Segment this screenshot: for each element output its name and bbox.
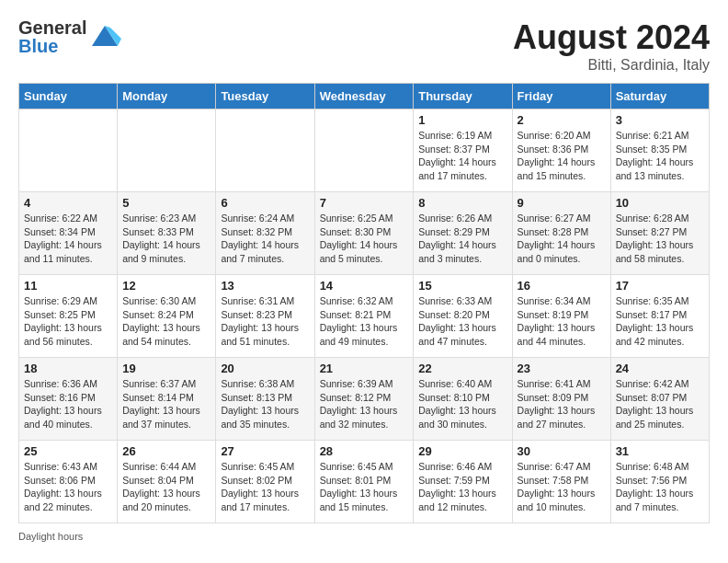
- day-info: Sunrise: 6:45 AM Sunset: 8:02 PM Dayligh…: [221, 460, 309, 514]
- day-info: Sunrise: 6:38 AM Sunset: 8:13 PM Dayligh…: [221, 377, 309, 431]
- day-info: Sunrise: 6:28 AM Sunset: 8:27 PM Dayligh…: [616, 212, 704, 266]
- calendar-cell: 7 Sunrise: 6:25 AM Sunset: 8:30 PM Dayli…: [314, 192, 414, 275]
- day-number: 15: [418, 279, 506, 293]
- day-info: Sunrise: 6:34 AM Sunset: 8:19 PM Dayligh…: [518, 294, 606, 349]
- day-info: Sunrise: 6:33 AM Sunset: 8:20 PM Dayligh…: [418, 294, 506, 349]
- footer: Daylight hours: [18, 531, 710, 542]
- day-number: 31: [616, 444, 704, 458]
- day-number: 16: [518, 279, 606, 293]
- day-number: 23: [518, 362, 606, 375]
- calendar-table: SundayMondayTuesdayWednesdayThursdayFrid…: [18, 83, 710, 523]
- calendar-cell: 29 Sunrise: 6:46 AM Sunset: 7:59 PM Dayl…: [414, 441, 512, 523]
- day-info: Sunrise: 6:41 AM Sunset: 8:09 PM Dayligh…: [518, 377, 606, 431]
- day-info: Sunrise: 6:44 AM Sunset: 8:04 PM Dayligh…: [122, 460, 210, 514]
- calendar-cell: 18 Sunrise: 6:36 AM Sunset: 8:16 PM Dayl…: [19, 358, 118, 441]
- day-number: 6: [221, 196, 309, 210]
- day-of-week-header: Friday: [512, 84, 610, 109]
- day-number: 18: [24, 362, 112, 375]
- day-of-week-header: Wednesday: [314, 84, 414, 109]
- calendar-week-row: 18 Sunrise: 6:36 AM Sunset: 8:16 PM Dayl…: [19, 358, 710, 441]
- day-info: Sunrise: 6:23 AM Sunset: 8:33 PM Dayligh…: [122, 212, 210, 266]
- calendar-cell: [314, 109, 414, 192]
- day-info: Sunrise: 6:46 AM Sunset: 7:59 PM Dayligh…: [418, 460, 506, 514]
- day-info: Sunrise: 6:20 AM Sunset: 8:36 PM Dayligh…: [518, 129, 606, 183]
- day-number: 12: [122, 279, 210, 293]
- calendar-cell: 21 Sunrise: 6:39 AM Sunset: 8:12 PM Dayl…: [314, 358, 414, 441]
- day-number: 21: [320, 362, 409, 375]
- day-info: Sunrise: 6:24 AM Sunset: 8:32 PM Dayligh…: [221, 212, 309, 266]
- calendar-cell: [216, 109, 314, 192]
- calendar-cell: 15 Sunrise: 6:33 AM Sunset: 8:20 PM Dayl…: [414, 275, 512, 358]
- calendar-cell: 9 Sunrise: 6:27 AM Sunset: 8:28 PM Dayli…: [512, 192, 610, 275]
- calendar-cell: 28 Sunrise: 6:45 AM Sunset: 8:01 PM Dayl…: [314, 441, 414, 523]
- day-info: Sunrise: 6:19 AM Sunset: 8:37 PM Dayligh…: [418, 129, 506, 183]
- day-number: 14: [320, 279, 409, 293]
- day-info: Sunrise: 6:32 AM Sunset: 8:21 PM Dayligh…: [320, 294, 409, 349]
- calendar-cell: 20 Sunrise: 6:38 AM Sunset: 8:13 PM Dayl…: [216, 358, 314, 441]
- calendar-week-row: 4 Sunrise: 6:22 AM Sunset: 8:34 PM Dayli…: [19, 192, 710, 275]
- calendar-cell: 11 Sunrise: 6:29 AM Sunset: 8:25 PM Dayl…: [19, 275, 118, 358]
- calendar-cell: 16 Sunrise: 6:34 AM Sunset: 8:19 PM Dayl…: [512, 275, 610, 358]
- day-info: Sunrise: 6:48 AM Sunset: 7:56 PM Dayligh…: [616, 460, 704, 514]
- calendar-cell: 6 Sunrise: 6:24 AM Sunset: 8:32 PM Dayli…: [216, 192, 314, 275]
- calendar-cell: 17 Sunrise: 6:35 AM Sunset: 8:17 PM Dayl…: [610, 275, 709, 358]
- title-block: August 2024 Bitti, Sardinia, Italy: [513, 18, 710, 74]
- day-info: Sunrise: 6:27 AM Sunset: 8:28 PM Dayligh…: [518, 212, 606, 266]
- day-number: 27: [221, 444, 309, 458]
- day-number: 2: [518, 113, 606, 127]
- day-number: 7: [320, 196, 409, 210]
- calendar-header-row: SundayMondayTuesdayWednesdayThursdayFrid…: [19, 84, 710, 109]
- day-number: 30: [518, 444, 606, 458]
- day-number: 20: [221, 362, 309, 375]
- day-info: Sunrise: 6:37 AM Sunset: 8:14 PM Dayligh…: [122, 377, 210, 431]
- calendar-cell: 13 Sunrise: 6:31 AM Sunset: 8:23 PM Dayl…: [216, 275, 314, 358]
- day-info: Sunrise: 6:42 AM Sunset: 8:07 PM Dayligh…: [616, 377, 704, 431]
- day-info: Sunrise: 6:45 AM Sunset: 8:01 PM Dayligh…: [320, 460, 409, 514]
- day-number: 22: [418, 362, 506, 375]
- calendar-cell: [118, 109, 216, 192]
- calendar-cell: 19 Sunrise: 6:37 AM Sunset: 8:14 PM Dayl…: [118, 358, 216, 441]
- calendar-cell: 10 Sunrise: 6:28 AM Sunset: 8:27 PM Dayl…: [610, 192, 709, 275]
- calendar-cell: 3 Sunrise: 6:21 AM Sunset: 8:35 PM Dayli…: [610, 109, 709, 192]
- day-info: Sunrise: 6:26 AM Sunset: 8:29 PM Dayligh…: [418, 212, 506, 266]
- day-number: 29: [418, 444, 506, 458]
- day-info: Sunrise: 6:43 AM Sunset: 8:06 PM Dayligh…: [24, 460, 112, 514]
- day-number: 11: [24, 279, 112, 293]
- day-number: 17: [616, 279, 704, 293]
- day-number: 25: [24, 444, 112, 458]
- day-of-week-header: Tuesday: [216, 84, 314, 109]
- month-year: August 2024: [513, 18, 710, 57]
- day-info: Sunrise: 6:31 AM Sunset: 8:23 PM Dayligh…: [221, 294, 309, 349]
- day-number: 5: [122, 196, 210, 210]
- calendar-cell: 14 Sunrise: 6:32 AM Sunset: 8:21 PM Dayl…: [314, 275, 414, 358]
- day-info: Sunrise: 6:40 AM Sunset: 8:10 PM Dayligh…: [418, 377, 506, 431]
- day-number: 9: [518, 196, 606, 210]
- calendar-cell: 1 Sunrise: 6:19 AM Sunset: 8:37 PM Dayli…: [414, 109, 512, 192]
- logo-icon: [88, 20, 121, 53]
- day-of-week-header: Sunday: [19, 84, 118, 109]
- calendar-cell: 30 Sunrise: 6:47 AM Sunset: 7:58 PM Dayl…: [512, 441, 610, 523]
- calendar-cell: 26 Sunrise: 6:44 AM Sunset: 8:04 PM Dayl…: [118, 441, 216, 523]
- day-info: Sunrise: 6:39 AM Sunset: 8:12 PM Dayligh…: [320, 377, 409, 431]
- day-of-week-header: Thursday: [414, 84, 512, 109]
- daylight-label: Daylight hours: [18, 531, 83, 542]
- day-number: 4: [24, 196, 112, 210]
- calendar-cell: 23 Sunrise: 6:41 AM Sunset: 8:09 PM Dayl…: [512, 358, 610, 441]
- calendar-week-row: 11 Sunrise: 6:29 AM Sunset: 8:25 PM Dayl…: [19, 275, 710, 358]
- day-info: Sunrise: 6:35 AM Sunset: 8:17 PM Dayligh…: [616, 294, 704, 349]
- day-info: Sunrise: 6:30 AM Sunset: 8:24 PM Dayligh…: [122, 294, 210, 349]
- day-info: Sunrise: 6:22 AM Sunset: 8:34 PM Dayligh…: [24, 212, 112, 266]
- calendar-cell: 5 Sunrise: 6:23 AM Sunset: 8:33 PM Dayli…: [118, 192, 216, 275]
- day-info: Sunrise: 6:47 AM Sunset: 7:58 PM Dayligh…: [518, 460, 606, 514]
- logo-general: General: [18, 18, 86, 37]
- calendar-week-row: 25 Sunrise: 6:43 AM Sunset: 8:06 PM Dayl…: [19, 441, 710, 523]
- day-of-week-header: Saturday: [610, 84, 709, 109]
- calendar-cell: 12 Sunrise: 6:30 AM Sunset: 8:24 PM Dayl…: [118, 275, 216, 358]
- day-number: 3: [616, 113, 704, 127]
- day-number: 1: [418, 113, 506, 127]
- day-number: 13: [221, 279, 309, 293]
- calendar-cell: 4 Sunrise: 6:22 AM Sunset: 8:34 PM Dayli…: [19, 192, 118, 275]
- day-of-week-header: Monday: [118, 84, 216, 109]
- day-info: Sunrise: 6:29 AM Sunset: 8:25 PM Dayligh…: [24, 294, 112, 349]
- logo-blue: Blue: [18, 37, 86, 55]
